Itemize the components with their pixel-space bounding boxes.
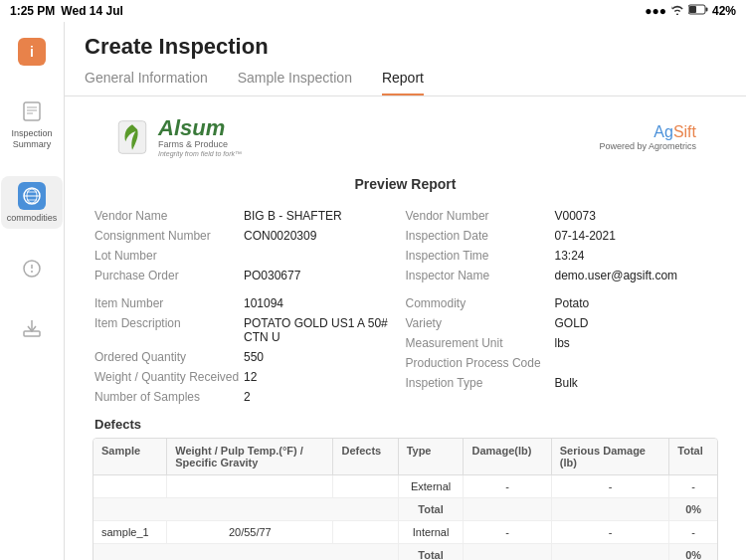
- col-header-type: Type: [398, 439, 464, 475]
- col-header-defects: Defects: [333, 439, 398, 475]
- consignment-label: Consignment Number: [94, 229, 244, 243]
- inspector-name-value: demo.user@agsift.com: [555, 269, 678, 282]
- item-desc-label: Item Description: [94, 316, 244, 344]
- cell-type-internal: Internal: [398, 520, 464, 543]
- purchase-order-label: Purchase Order: [94, 269, 244, 282]
- vendor-number-label: Vendor Number: [406, 209, 555, 223]
- col-header-sample: Sample: [93, 439, 167, 475]
- vendor-name-label: Vendor Name: [94, 209, 244, 223]
- tab-report[interactable]: Report: [382, 70, 424, 95]
- signal-icon: ●●●: [645, 4, 666, 18]
- lot-label: Lot Number: [94, 249, 244, 263]
- num-samples-value: 2: [244, 390, 251, 404]
- sidebar-item-inspection-summary[interactable]: InspectionSummary: [5, 92, 58, 156]
- info-row-purchase-order: Purchase Order PO030677: [94, 266, 406, 285]
- inspection-summary-label: InspectionSummary: [11, 128, 52, 150]
- production-process-label: Production Process Code: [406, 356, 555, 370]
- info-row-lot: Lot Number: [94, 246, 406, 266]
- app-container: i InspectionSummary commodities: [0, 22, 746, 560]
- inspection-date-value: 07-14-2021: [555, 229, 616, 243]
- cell-total-pct-1: 0%: [669, 497, 717, 520]
- cell-total-pct-2: 0%: [669, 543, 717, 560]
- agsift-sift: Sift: [673, 123, 696, 140]
- vendor-name-value: BIG B - SHAFTER: [244, 209, 342, 223]
- cell-defects-1: [333, 474, 398, 497]
- inspetion-type-value: Bulk: [555, 376, 578, 390]
- tab-sample-inspection[interactable]: Sample Inspection: [238, 70, 352, 95]
- report-area: Alsum Farms & Produce Integrity from fie…: [65, 96, 746, 560]
- info-grid: Vendor Name BIG B - SHAFTER Consignment …: [85, 206, 726, 407]
- info-row-inspection-time: Inspection Time 13:24: [406, 246, 717, 266]
- logos-row: Alsum Farms & Produce Integrity from fie…: [85, 96, 726, 168]
- info-spacer-right: [406, 285, 717, 293]
- cell-total-damage-2: [464, 543, 551, 560]
- page-header: Create Inspection General Information Sa…: [65, 22, 746, 96]
- inspetion-type-label: Inspetion Type: [406, 376, 555, 390]
- col-header-weight: Weight / Pulp Temp.(°F) /Specific Gravit…: [167, 439, 333, 475]
- svg-rect-3: [24, 102, 40, 120]
- cell-serious-2: -: [551, 520, 669, 543]
- cell-weight-2: 20/55/77: [167, 520, 333, 543]
- alsum-logo: Alsum Farms & Produce Integrity from fie…: [114, 116, 242, 158]
- alsum-leaf-icon: [114, 119, 150, 155]
- inspection-summary-icon: [18, 97, 46, 125]
- battery-percent: 42%: [712, 4, 736, 18]
- info-row-variety: Variety GOLD: [406, 313, 717, 333]
- svg-point-13: [31, 271, 33, 273]
- ordered-qty-label: Ordered Quantity: [94, 350, 244, 364]
- cell-total-2: -: [669, 520, 717, 543]
- num-samples-label: Number of Samples: [94, 390, 244, 404]
- ordered-qty-value: 550: [244, 350, 264, 364]
- consignment-value: CON0020309: [244, 229, 316, 243]
- cell-total-type-1: Total: [398, 497, 464, 520]
- cell-total-damage-1: [464, 497, 551, 520]
- agsift-powered: Powered by Agrometrics: [599, 141, 696, 151]
- inspection-date-label: Inspection Date: [406, 229, 555, 243]
- agsift-ag: Ag: [653, 123, 673, 140]
- variety-value: GOLD: [555, 316, 589, 330]
- tabs: General Information Sample Inspection Re…: [85, 70, 726, 95]
- info-row-inspetion-type: Inspetion Type Bulk: [406, 373, 717, 393]
- commodity-label: Commodity: [406, 296, 555, 310]
- defect-total-row-2: Total 0%: [93, 543, 717, 560]
- defects-header-row: Sample Weight / Pulp Temp.(°F) /Specific…: [93, 439, 717, 475]
- sidebar-item-export[interactable]: [12, 308, 52, 348]
- variety-label: Variety: [406, 316, 555, 330]
- status-date: Wed 14 Jul: [61, 4, 122, 18]
- status-time: 1:25 PM: [10, 4, 55, 18]
- svg-rect-2: [689, 6, 696, 13]
- cell-total-1: -: [669, 474, 717, 497]
- defects-title: Defects: [85, 407, 726, 438]
- col-header-total: Total: [669, 439, 717, 475]
- info-row-vendor-number: Vendor Number V00073: [406, 206, 717, 226]
- sidebar-item-commodities[interactable]: commodities: [1, 176, 64, 230]
- commodities-icon: [18, 182, 46, 210]
- info-icon: i: [18, 38, 46, 66]
- tab-general-information[interactable]: General Information: [85, 70, 208, 95]
- cell-weight-1: [167, 474, 333, 497]
- cell-damage-2: -: [464, 520, 551, 543]
- defect-total-row-1: Total 0%: [93, 497, 717, 520]
- alsum-name: Alsum: [158, 116, 242, 140]
- info-spacer-left: [94, 285, 406, 293]
- info-row-ordered-qty: Ordered Quantity 550: [94, 347, 406, 367]
- cell-serious-1: -: [551, 474, 669, 497]
- info-row-item-desc: Item Description POTATO GOLD US1 A 50# C…: [94, 313, 406, 347]
- sidebar-item-info[interactable]: i: [12, 32, 52, 72]
- sidebar: i InspectionSummary commodities: [0, 22, 65, 560]
- info-column-right: Vendor Number V00073 Inspection Date 07-…: [406, 206, 717, 407]
- agsift-name: AgSift: [599, 123, 696, 141]
- main-content: Create Inspection General Information Sa…: [65, 22, 746, 560]
- svg-rect-1: [705, 8, 707, 12]
- measurement-unit-value: lbs: [555, 336, 570, 350]
- defects-table: Sample Weight / Pulp Temp.(°F) /Specific…: [93, 439, 717, 560]
- weight-received-value: 12: [244, 370, 257, 384]
- vendor-number-value: V00073: [555, 209, 596, 223]
- wifi-icon: [670, 4, 684, 18]
- inspection-time-value: 13:24: [555, 249, 585, 263]
- cell-type-external: External: [398, 474, 464, 497]
- cell-total-label-1: [93, 497, 398, 520]
- defect-row-internal: sample_1 20/55/77 Internal - - -: [93, 520, 717, 543]
- sidebar-item-detail[interactable]: [12, 249, 52, 288]
- alsum-sub: Farms & Produce: [158, 140, 242, 150]
